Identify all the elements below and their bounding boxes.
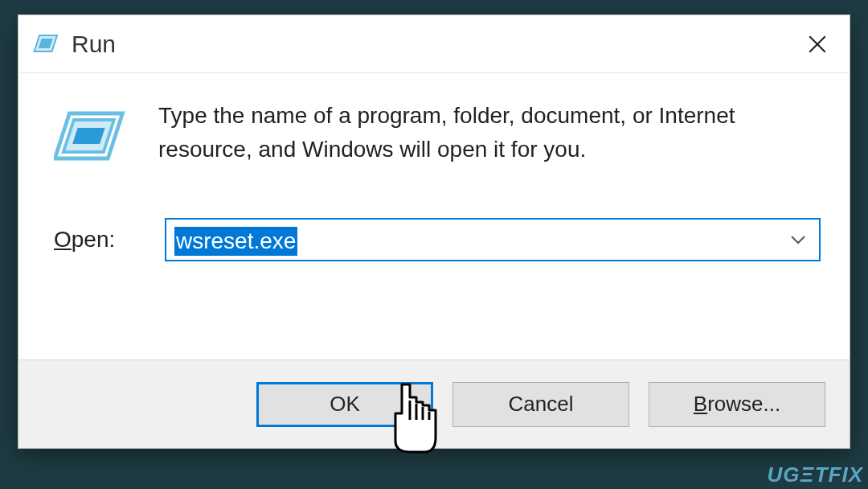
open-row: Open: wsreset.exe [18, 179, 850, 261]
browse-button[interactable]: Browse... [649, 382, 825, 427]
open-combobox[interactable]: wsreset.exe [165, 218, 821, 261]
run-dialog: Run Type the name of a program, folder, … [18, 14, 850, 449]
chevron-down-icon[interactable] [788, 230, 808, 249]
ok-button[interactable]: OK [256, 382, 433, 427]
description-text: Type the name of a program, folder, docu… [158, 99, 817, 179]
dialog-title: Run [72, 31, 788, 58]
run-title-icon [33, 31, 60, 58]
open-input[interactable] [174, 227, 788, 253]
titlebar: Run [18, 15, 850, 73]
close-button[interactable] [788, 20, 846, 68]
open-label: Open: [54, 227, 134, 253]
dialog-footer: OK Cancel Browse... [18, 360, 850, 448]
watermark: UGΞTFIX [768, 462, 863, 487]
cancel-button[interactable]: Cancel [452, 382, 629, 427]
run-icon [54, 99, 128, 179]
content-area: Type the name of a program, folder, docu… [18, 73, 850, 179]
close-icon [807, 34, 828, 55]
svg-rect-6 [72, 128, 104, 144]
